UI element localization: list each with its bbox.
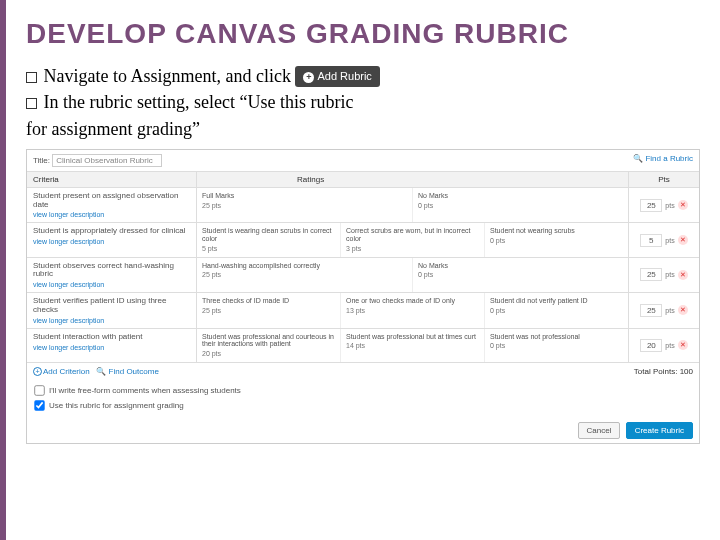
view-longer-link[interactable]: view longer description	[33, 211, 190, 218]
cancel-button[interactable]: Cancel	[578, 422, 621, 439]
rating-cell[interactable]: Full Marks25 pts	[197, 188, 413, 223]
rating-cell[interactable]: One or two checks made of ID only13 pts	[341, 293, 485, 328]
find-rubric-link[interactable]: 🔍 Find a Rubric	[633, 154, 693, 167]
delete-icon[interactable]: ✕	[678, 270, 688, 280]
view-longer-link[interactable]: view longer description	[33, 238, 190, 245]
points-input[interactable]: 25	[640, 199, 662, 212]
title-label: Title:	[33, 156, 50, 165]
add-criterion-link[interactable]: +Add Criterion	[33, 367, 90, 376]
points-input[interactable]: 5	[640, 234, 662, 247]
bullet-1-text: Navigate to Assignment, and click	[44, 66, 291, 86]
rating-cell[interactable]: Correct scrubs are worn, but in incorrec…	[341, 223, 485, 256]
view-longer-link[interactable]: view longer description	[33, 344, 190, 351]
points-input[interactable]: 20	[640, 339, 662, 352]
bullet-2-text-a: In the rubric setting, select “Use this …	[44, 92, 354, 112]
rating-cell[interactable]: Student was professional and courteous i…	[197, 329, 341, 362]
create-rubric-button[interactable]: Create Rubric	[626, 422, 693, 439]
table-header: Criteria Ratings Pts	[27, 172, 699, 188]
col-criteria: Criteria	[27, 172, 197, 187]
rubric-title-input[interactable]	[52, 154, 162, 167]
rubric-screenshot: Title: 🔍 Find a Rubric Criteria Ratings …	[26, 149, 700, 444]
criterion-text: Student is appropriately dressed for cli…	[33, 227, 190, 236]
rating-cell[interactable]: Student not wearing scrubs0 pts	[485, 223, 628, 256]
bullet-box-icon	[26, 98, 37, 109]
bullet-2-text-b: for assignment grading”	[26, 119, 200, 139]
rating-cell[interactable]: Hand-washing accomplished correctly25 pt…	[197, 258, 413, 293]
delete-icon[interactable]: ✕	[678, 340, 688, 350]
delete-icon[interactable]: ✕	[678, 305, 688, 315]
view-longer-link[interactable]: view longer description	[33, 281, 190, 288]
rating-cell[interactable]: Student is wearing clean scrubs in corre…	[197, 223, 341, 256]
search-icon: 🔍	[96, 367, 106, 376]
col-ratings: Ratings	[197, 172, 629, 187]
rating-cell[interactable]: No Marks0 pts	[413, 258, 628, 293]
table-row: Student present on assigned observation …	[27, 188, 699, 224]
criterion-text: Student observes correct hand-washing ru…	[33, 262, 190, 280]
delete-icon[interactable]: ✕	[678, 235, 688, 245]
rating-cell[interactable]: Three checks of ID made ID25 pts	[197, 293, 341, 328]
rating-cell[interactable]: Student was not professional0 pts	[485, 329, 628, 362]
freeform-checkbox[interactable]: I'll write free-form comments when asses…	[33, 384, 693, 397]
slide-title: DEVELOP CANVAS GRADING RUBRIC	[26, 18, 700, 50]
criterion-text: Student present on assigned observation …	[33, 192, 190, 210]
col-pts: Pts	[629, 172, 699, 187]
bullet-list: Navigate to Assignment, and click +Add R…	[26, 64, 700, 141]
plus-icon: +	[303, 72, 314, 83]
use-rubric-checkbox[interactable]: Use this rubric for assignment grading	[33, 399, 693, 412]
accent-bar	[0, 0, 6, 540]
points-input[interactable]: 25	[640, 268, 662, 281]
delete-icon[interactable]: ✕	[678, 200, 688, 210]
total-points: Total Points: 100	[634, 367, 693, 376]
points-input[interactable]: 25	[640, 304, 662, 317]
rating-cell[interactable]: No Marks0 pts	[413, 188, 628, 223]
table-row: Student is appropriately dressed for cli…	[27, 223, 699, 257]
find-outcome-link[interactable]: 🔍 Find Outcome	[96, 367, 158, 376]
view-longer-link[interactable]: view longer description	[33, 317, 190, 324]
search-icon: 🔍	[633, 154, 643, 163]
plus-circle-icon: +	[33, 367, 42, 376]
criterion-text: Student interaction with patient	[33, 333, 190, 342]
add-rubric-button[interactable]: +Add Rubric	[295, 66, 379, 87]
table-row: Student interaction with patientview lon…	[27, 329, 699, 363]
table-row: Student verifies patient ID using three …	[27, 293, 699, 329]
rating-cell[interactable]: Student was professional but at times cu…	[341, 329, 485, 362]
criterion-text: Student verifies patient ID using three …	[33, 297, 190, 315]
rating-cell[interactable]: Student did not verify patient ID0 pts	[485, 293, 628, 328]
table-row: Student observes correct hand-washing ru…	[27, 258, 699, 294]
bullet-box-icon	[26, 72, 37, 83]
